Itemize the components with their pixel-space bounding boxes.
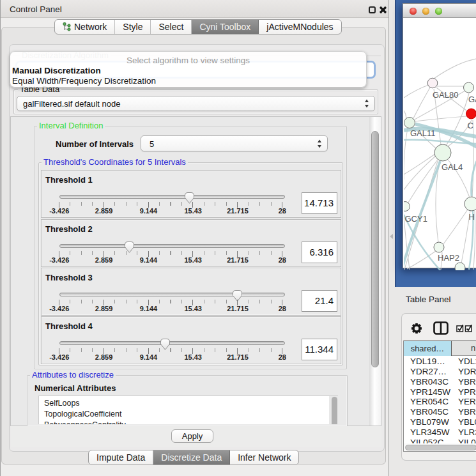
svg-text:GAL4: GAL4: [441, 162, 463, 172]
svg-text:GAL80: GAL80: [433, 90, 458, 100]
svg-text:GAL11: GAL11: [410, 128, 436, 138]
svg-text:C: C: [468, 121, 473, 130]
svg-text:GCY1: GCY1: [405, 214, 427, 224]
svg-text:HAP2: HAP2: [438, 253, 459, 263]
svg-text:H: H: [469, 212, 475, 222]
svg-text:GA: GA: [468, 95, 476, 104]
